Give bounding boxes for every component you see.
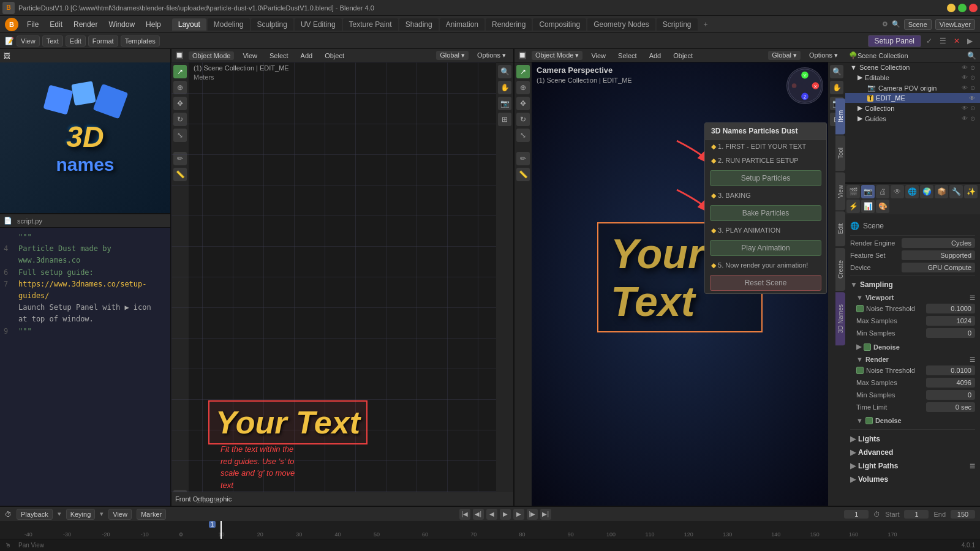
camera-select-btn[interactable]: Select xyxy=(614,51,641,60)
camera-mode-btn[interactable]: Object Mode ▾ xyxy=(532,51,582,60)
camera-add-btn[interactable]: Add xyxy=(646,51,665,60)
tab-layout[interactable]: Layout xyxy=(172,18,206,31)
menu-window[interactable]: Window xyxy=(104,19,140,30)
cam-measure-icon[interactable]: 📏 xyxy=(516,168,530,181)
side-tab-tool[interactable]: Tool xyxy=(835,135,845,171)
side-tab-edit[interactable]: Edit xyxy=(835,211,845,246)
scene-collection-eye[interactable]: 👁 xyxy=(962,64,968,71)
timeline-ruler[interactable]: -40 -30 -20 -10 0 10 20 30 40 50 60 70 8… xyxy=(0,521,980,539)
tab-shading[interactable]: Shading xyxy=(399,18,439,31)
prop-tab-material[interactable]: 🎨 xyxy=(876,200,889,213)
noise-threshold-vp-checkbox[interactable] xyxy=(856,305,864,312)
scene-selector[interactable]: Scene xyxy=(904,19,932,30)
device-value[interactable]: GPU Compute xyxy=(902,263,975,272)
denoise2-checkbox[interactable] xyxy=(865,417,873,424)
side-tab-view[interactable]: View xyxy=(835,173,845,211)
camera-eye[interactable]: 👁 xyxy=(962,84,968,91)
next-frame-btn[interactable]: ▶ xyxy=(513,509,524,520)
maximize-button[interactable] xyxy=(958,4,967,12)
scene-collection-cursor[interactable]: ⊙ xyxy=(970,64,975,71)
denoise-checkbox[interactable] xyxy=(864,343,871,351)
tab-rendering[interactable]: Rendering xyxy=(486,18,532,31)
camera-object-btn[interactable]: Object xyxy=(669,51,696,60)
advanced-header[interactable]: ▶ Advanced xyxy=(850,446,975,459)
max-samples-r-value[interactable]: 4096 xyxy=(926,378,975,388)
menu-edit[interactable]: Edit xyxy=(45,19,67,30)
resize-handle[interactable]: ⊿ Resize xyxy=(194,497,224,506)
editable-arrow[interactable]: ▶ xyxy=(858,73,862,81)
light-paths-header[interactable]: ▶ Light Paths ☰ xyxy=(850,459,975,473)
edit-btn[interactable]: Edit xyxy=(66,36,86,47)
timeline-view-btn[interactable]: View xyxy=(108,509,132,520)
max-samples-vp-value[interactable]: 1024 xyxy=(926,316,975,326)
setup-particles-button[interactable]: Setup Particles xyxy=(710,170,821,186)
collection-eye[interactable]: 👁 xyxy=(962,105,968,111)
side-tab-3dnames[interactable]: 3D Names xyxy=(835,292,845,345)
setup-panel-button[interactable]: Setup Panel xyxy=(868,35,921,47)
tab-texture-paint[interactable]: Texture Paint xyxy=(343,18,398,31)
editable-eye[interactable]: 👁 xyxy=(962,74,968,81)
collection-cursor[interactable]: ⊙ xyxy=(970,105,975,111)
tab-geometry-nodes[interactable]: Geometry Nodes xyxy=(587,18,655,31)
view-btn[interactable]: View xyxy=(17,36,40,47)
camera-global-btn[interactable]: Global ▾ xyxy=(768,51,801,60)
viewport-header[interactable]: ▼ Viewport ☰ xyxy=(850,291,975,304)
cam-move-icon[interactable]: ✥ xyxy=(516,97,530,110)
viewlayer-selector[interactable]: ViewLayer xyxy=(935,19,975,30)
denoise-header[interactable]: ▶ Denoise xyxy=(850,340,975,353)
prop-tab-object[interactable]: 📦 xyxy=(935,185,948,198)
ortho-object-btn[interactable]: Object xyxy=(321,51,348,60)
ortho-mode-btn[interactable]: Object Mode xyxy=(189,51,234,60)
format-btn[interactable]: Format xyxy=(88,36,118,47)
prev-frame-btn[interactable]: ◀ xyxy=(486,509,497,520)
jump-end-btn[interactable]: ▶| xyxy=(540,509,551,520)
noise-threshold-vp-value[interactable]: 0.1000 xyxy=(926,304,975,313)
reset-scene-button[interactable]: Reset Scene xyxy=(710,275,821,291)
camera-cursor[interactable]: ⊙ xyxy=(970,84,975,91)
pan-icon[interactable]: ✋ xyxy=(498,81,511,94)
noise-threshold-vp-check[interactable]: Noise Threshold xyxy=(856,305,915,312)
render-engine-value[interactable]: Cycles xyxy=(902,238,975,248)
tab-animation[interactable]: Animation xyxy=(440,18,484,31)
ortho-add-btn[interactable]: Add xyxy=(297,51,317,60)
tab-scripting[interactable]: Scripting xyxy=(657,18,698,31)
prop-tab-particles[interactable]: ✨ xyxy=(964,185,978,198)
side-tab-item[interactable]: Item xyxy=(835,98,845,134)
camera-options-btn[interactable]: Options ▾ xyxy=(805,51,842,60)
time-limit-value[interactable]: 0 sec xyxy=(926,402,975,412)
global-dropdown[interactable]: Global ▾ xyxy=(436,51,469,60)
light-paths-options[interactable]: ☰ xyxy=(970,463,975,470)
keying-dropdown-icon[interactable]: ▾ xyxy=(100,510,104,518)
render-subsection-header[interactable]: ▼ Render ☰ xyxy=(850,353,975,365)
prop-tab-world[interactable]: 🌍 xyxy=(920,185,933,198)
feature-set-value[interactable]: Supported xyxy=(902,250,975,260)
prop-tab-scene2[interactable]: 🌐 xyxy=(905,185,919,198)
prop-tab-view[interactable]: 👁 xyxy=(891,185,904,198)
tab-compositing[interactable]: Compositing xyxy=(533,18,586,31)
zoom-in-icon[interactable]: 🔍 xyxy=(498,65,511,78)
prop-tab-render[interactable]: 📷 xyxy=(861,185,875,198)
editable-cursor[interactable]: ⊙ xyxy=(970,74,975,81)
prop-tab-data[interactable]: 📊 xyxy=(861,200,875,213)
prev-keyframe-btn[interactable]: ◀| xyxy=(473,509,484,520)
cam-cursor-icon[interactable]: ⊕ xyxy=(516,81,530,94)
menu-file[interactable]: File xyxy=(22,19,43,30)
cam-pan-icon[interactable]: ✋ xyxy=(830,81,843,94)
playback-btn[interactable]: Playback xyxy=(17,509,53,520)
text-btn[interactable]: Text xyxy=(42,36,63,47)
cam-scale-icon[interactable]: ⤡ xyxy=(516,129,530,142)
workspace-add-button[interactable]: + xyxy=(699,18,713,31)
guides-arrow[interactable]: ▶ xyxy=(858,114,862,122)
cam-zoom-icon[interactable]: 🔍 xyxy=(830,65,843,78)
current-frame-field[interactable]: 1 xyxy=(844,510,869,519)
noise-threshold-r-check[interactable]: Noise Threshold xyxy=(856,367,915,374)
templates-btn[interactable]: Templates xyxy=(121,36,160,47)
render-options-icon[interactable]: ☰ xyxy=(970,356,975,363)
camera-icon[interactable]: 📷 xyxy=(498,97,511,110)
camera-view-btn[interactable]: View xyxy=(587,51,609,60)
cam-rotate-icon[interactable]: ↻ xyxy=(516,113,530,126)
viewport-options-icon[interactable]: ☰ xyxy=(970,294,975,301)
denoise2-header[interactable]: ▼ Denoise xyxy=(850,414,975,427)
editme-eye[interactable]: 👁 xyxy=(969,95,975,102)
side-tab-create[interactable]: Create xyxy=(835,248,845,291)
